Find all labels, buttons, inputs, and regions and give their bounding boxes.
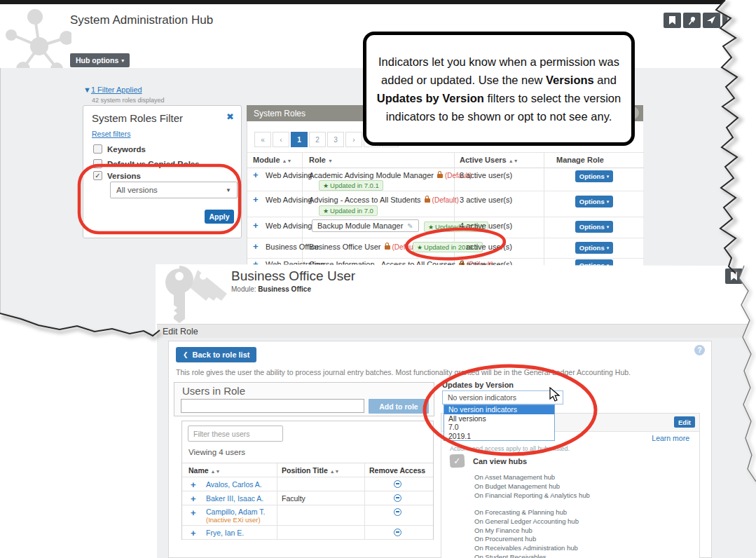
expand-row-icon[interactable]: + — [253, 241, 259, 252]
filter-applied-link[interactable]: ▼1 Filter Applied — [83, 86, 142, 94]
hub-list-item: On General Ledger Accounting hub — [474, 518, 593, 526]
option-all-versions[interactable]: All versions — [444, 414, 554, 423]
updates-by-version-options: No version indicators All versions 7.0 2… — [444, 404, 555, 441]
table-row: + Business Office Business Office User(D… — [247, 238, 644, 259]
send-button[interactable] — [703, 13, 720, 28]
col-role[interactable]: Role ▼ — [309, 156, 333, 164]
pin-button[interactable] — [683, 13, 701, 28]
expand-user-icon[interactable]: + — [191, 508, 196, 518]
options-button[interactable]: Options▾ — [575, 196, 613, 207]
edit-role-panel: ❮ Back to role list ? This role gives th… — [168, 341, 712, 558]
option-7-0[interactable]: 7.0 — [444, 423, 554, 432]
active-users-cell: 3 active user(s) — [460, 196, 512, 204]
hub-toolbar — [664, 13, 740, 28]
filter-users-input[interactable] — [188, 426, 283, 442]
updates-by-version-select[interactable]: No version indicators ▼ — [442, 390, 563, 404]
user-name-link[interactable]: Baker III, Isaac A. — [206, 494, 263, 503]
bookmark-button[interactable] — [725, 268, 743, 284]
col-remove-access: Remove Access — [369, 466, 425, 475]
expand-row-icon[interactable]: + — [253, 220, 259, 231]
page-first-button[interactable]: « — [254, 132, 271, 147]
options-button[interactable]: Options▾ — [575, 242, 613, 254]
user-row: + Campillo, Adam T. (Inactive EXi user) — [182, 505, 433, 526]
lock-icon — [437, 174, 443, 178]
version-badge: ★Updated in 7.0 — [319, 205, 378, 216]
apply-button[interactable]: Apply — [205, 210, 234, 224]
edit-button[interactable]: Edit — [674, 416, 695, 428]
learn-more-link[interactable]: Learn more — [652, 434, 689, 442]
page-1-button[interactable]: 1 — [291, 132, 308, 147]
role-cell: Academic Advising Module Manager(Default… — [309, 171, 472, 179]
table-row: + Web Advising Academic Advising Module … — [247, 167, 644, 191]
back-to-role-list-button[interactable]: ❮ Back to role list — [176, 347, 256, 362]
page-3-button[interactable]: 3 — [327, 132, 344, 147]
checkbox-checked-disabled-icon: ✓ — [450, 454, 465, 468]
keywords-checkbox-row[interactable]: Keywords — [93, 144, 146, 154]
caret-down-icon: ▾ — [121, 57, 124, 64]
mouse-cursor — [549, 387, 561, 402]
toolbar-button-partial[interactable] — [745, 268, 756, 284]
default-vs-copied-checkbox-row[interactable]: Default vs Copied Roles — [93, 159, 200, 168]
user-row: + Baker III, Isaac A. Faculty — [182, 491, 433, 505]
add-user-input[interactable] — [181, 399, 364, 413]
lock-icon — [425, 198, 430, 203]
page-2-button[interactable]: 2 — [309, 132, 326, 147]
col-active-users[interactable]: Active Users ▲▼ — [460, 156, 518, 164]
versions-checkbox-row[interactable]: ✓ Versions — [93, 171, 141, 180]
roles-displayed-count: 42 system roles displayed — [92, 97, 165, 104]
role-description: This role gives the user the ability to … — [176, 368, 715, 376]
user-row: + Frye, Ian E. — [182, 526, 433, 540]
add-to-role-button[interactable]: Add to role — [369, 399, 429, 414]
module-cell: Web Advising — [266, 171, 312, 179]
position-cell: Faculty — [282, 494, 305, 503]
molecule-logo-icon — [4, 7, 71, 72]
hub-list-item: On Forecasting & Planning hub — [474, 509, 593, 517]
remove-access-icon[interactable] — [394, 529, 401, 536]
hub-list-item: On Receivables Administration hub — [474, 545, 593, 552]
expand-user-icon[interactable]: + — [191, 479, 196, 490]
users-in-role-title: Users in Role — [182, 385, 245, 397]
col-manage-role: Manage Role — [556, 156, 604, 164]
role-cell: Business Office User(Default) — [309, 243, 419, 251]
user-name-link[interactable]: Campillo, Adam T. (Inactive EXi user) — [206, 508, 276, 524]
key-icon — [158, 264, 234, 323]
reset-filters-link[interactable]: Reset filters — [92, 130, 130, 138]
page-next-button[interactable]: › — [345, 132, 362, 147]
hub-list-item: On My Finance hub — [474, 527, 593, 535]
version-badge: ★Updated in 7.0.1 — [319, 180, 383, 191]
pencil-icon[interactable]: ✎ — [407, 222, 413, 230]
col-module[interactable]: Module ▲▼ — [253, 156, 291, 164]
viewing-count: Viewing 4 users — [188, 448, 245, 456]
expand-row-icon[interactable]: + — [253, 170, 259, 180]
option-2019-1[interactable]: 2019.1 — [444, 432, 554, 441]
user-name-link[interactable]: Frye, Ian E. — [206, 529, 244, 537]
active-users-cell: 8 active user(s) — [460, 171, 512, 179]
option-no-version-indicators[interactable]: No version indicators — [444, 405, 554, 414]
user-name-link[interactable]: Avalos, Carlos A. — [206, 480, 262, 489]
close-icon[interactable]: ✖ — [226, 111, 234, 122]
flag-button[interactable] — [722, 13, 740, 28]
expand-user-icon[interactable]: + — [191, 528, 196, 538]
col-position-title[interactable]: Position Title ▲▼ — [282, 466, 340, 475]
help-icon[interactable]: ? — [694, 345, 705, 355]
user-row: + Avalos, Carlos A. — [182, 477, 433, 491]
role-page-title: Business Office User — [231, 268, 355, 284]
remove-access-icon[interactable] — [394, 508, 401, 516]
hub-options-button[interactable]: Hub options▾ — [70, 53, 130, 67]
caret-down-icon: ▼ — [226, 187, 231, 193]
remove-access-icon[interactable] — [394, 494, 401, 502]
options-button[interactable]: Options▾ — [575, 221, 613, 233]
role-name-editor[interactable]: Backup Module Manager✎ — [312, 219, 419, 232]
col-name[interactable]: Name ▲▼ — [188, 466, 220, 475]
checkbox-checked-icon[interactable]: ✓ — [93, 171, 102, 180]
users-list-panel: Viewing 4 users Name ▲▼ Position Title ▲… — [181, 421, 434, 540]
remove-access-icon[interactable] — [394, 480, 401, 488]
checkbox-unchecked-icon[interactable] — [93, 144, 102, 154]
page-prev-button[interactable]: ‹ — [273, 132, 289, 147]
checkbox-unchecked-icon[interactable] — [93, 159, 102, 168]
bookmark-button[interactable] — [664, 13, 681, 28]
options-button[interactable]: Options▾ — [575, 170, 613, 182]
expand-user-icon[interactable]: + — [191, 494, 196, 504]
expand-row-icon[interactable]: + — [253, 194, 259, 205]
versions-dropdown[interactable]: All versions ▼ — [110, 182, 238, 198]
